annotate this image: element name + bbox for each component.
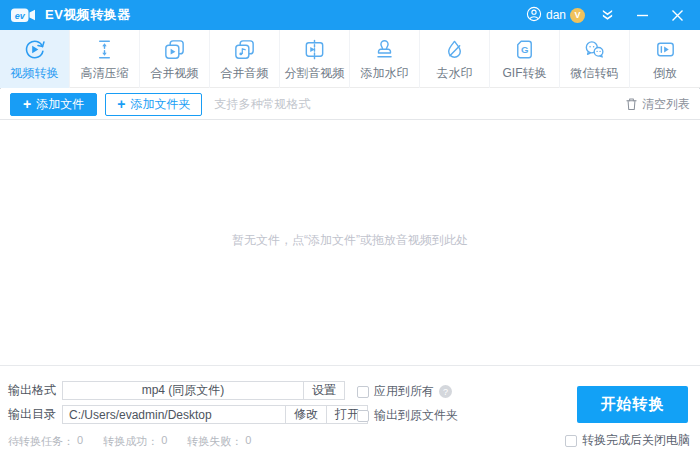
svg-text:G: G [521, 43, 528, 54]
tab-video-convert[interactable]: 视频转换 [0, 30, 70, 88]
username: dan [546, 8, 566, 22]
output-settings-panel: 输出格式 设置 应用到所有 ? 输出目录 修改 打开 输出到原文件夹 开始转换 [0, 365, 700, 455]
clear-list-label: 清空列表 [642, 96, 690, 113]
tab-label: 添加水印 [361, 65, 409, 82]
add-folder-label: 添加文件夹 [130, 96, 190, 113]
titlebar: ev EV视频转换器 dan V [0, 0, 700, 30]
minimize-to-tray-button[interactable] [594, 2, 620, 28]
output-dir-input[interactable] [63, 406, 285, 423]
success-count-status: 转换成功： 0 [103, 434, 167, 449]
tab-label: 倒放 [653, 65, 677, 82]
supported-formats-hint: 支持多种常规格式 [214, 96, 310, 113]
statusbar: 待转换任务： 0 转换成功： 0 转换失败： 0 [8, 434, 251, 449]
shutdown-after-label: 转换完成后关闭电脑 [582, 432, 690, 449]
tab-hd-compress[interactable]: 高清压缩 [70, 30, 140, 88]
apply-all-checkbox[interactable] [357, 386, 369, 398]
dir-modify-button[interactable]: 修改 [285, 406, 326, 423]
start-convert-button[interactable]: 开始转换 [577, 386, 688, 423]
add-watermark-icon [372, 37, 397, 62]
feature-tabbar: 视频转换 高清压缩 合并视频 [0, 30, 700, 88]
output-original-label: 输出到原文件夹 [374, 407, 458, 424]
add-file-label: 添加文件 [36, 96, 84, 113]
titlebar-controls: dan V [526, 2, 690, 28]
apply-all-label: 应用到所有 [374, 383, 434, 400]
plus-icon: + [23, 97, 31, 111]
output-format-row: 输出格式 设置 [8, 381, 345, 400]
tab-split-media[interactable]: 分割音视频 [280, 30, 350, 88]
pending-tasks-value: 0 [77, 434, 83, 449]
tab-add-watermark[interactable]: 添加水印 [350, 30, 420, 88]
tab-wechat-transcode[interactable]: 微信转码 [560, 30, 630, 88]
tab-remove-watermark[interactable]: 去水印 [420, 30, 490, 88]
success-count-value: 0 [161, 434, 167, 449]
shutdown-after-checkbox[interactable] [565, 435, 577, 447]
shutdown-after-option: 转换完成后关闭电脑 [565, 432, 690, 449]
add-folder-button[interactable]: + 添加文件夹 [105, 93, 202, 116]
output-dir-label: 输出目录 [8, 406, 56, 423]
wechat-transcode-icon [582, 37, 607, 62]
plus-icon: + [117, 97, 125, 111]
tab-label: 去水印 [437, 65, 473, 82]
remove-watermark-icon [442, 37, 467, 62]
output-format-input[interactable] [63, 382, 303, 399]
tab-merge-audio[interactable]: 合并音频 [210, 30, 280, 88]
success-count-label: 转换成功： [103, 434, 158, 449]
apply-all-option: 应用到所有 ? [357, 383, 452, 400]
vip-badge: V [570, 8, 585, 23]
pending-tasks-label: 待转换任务： [8, 434, 74, 449]
file-list-dropzone[interactable]: 暂无文件，点“添加文件”或拖放音视频到此处 [0, 120, 700, 365]
tab-label: 分割音视频 [285, 65, 345, 82]
failed-count-status: 转换失败： 0 [187, 434, 251, 449]
output-dir-row: 输出目录 修改 打开 [8, 405, 368, 424]
add-file-button[interactable]: + 添加文件 [10, 93, 97, 116]
merge-audio-icon [232, 37, 257, 62]
gif-convert-icon: G [512, 37, 537, 62]
close-button[interactable] [664, 2, 690, 28]
merge-video-icon [162, 37, 187, 62]
app-logo-icon: ev [10, 7, 37, 24]
failed-count-label: 转换失败： [187, 434, 242, 449]
empty-state-message: 暂无文件，点“添加文件”或拖放音视频到此处 [0, 232, 700, 249]
tab-label: 视频转换 [11, 65, 59, 82]
user-icon [526, 6, 542, 25]
tab-label: 合并视频 [151, 65, 199, 82]
hd-compress-icon [92, 37, 117, 62]
tab-label: 合并音频 [221, 65, 269, 82]
user-account[interactable]: dan V [526, 6, 585, 25]
tab-merge-video[interactable]: 合并视频 [140, 30, 210, 88]
video-convert-icon [22, 37, 47, 62]
output-original-option: 输出到原文件夹 [357, 407, 458, 424]
tab-label: GIF转换 [503, 65, 547, 82]
failed-count-value: 0 [245, 434, 251, 449]
minimize-button[interactable] [629, 2, 655, 28]
tab-reverse-play[interactable]: 倒放 [630, 30, 700, 88]
split-media-icon [302, 37, 327, 62]
trash-icon [625, 97, 638, 111]
app-window: ev EV视频转换器 dan V [0, 0, 700, 455]
tab-label: 微信转码 [571, 65, 619, 82]
format-settings-button[interactable]: 设置 [303, 382, 344, 399]
tab-gif-convert[interactable]: G GIF转换 [490, 30, 560, 88]
output-dir-group: 修改 打开 [62, 405, 368, 424]
output-original-checkbox[interactable] [357, 410, 369, 422]
pending-tasks-status: 待转换任务： 0 [8, 434, 83, 449]
reverse-play-icon [653, 37, 678, 62]
clear-list-button[interactable]: 清空列表 [625, 96, 690, 113]
tab-label: 高清压缩 [81, 65, 129, 82]
output-format-label: 输出格式 [8, 382, 56, 399]
app-title: EV视频转换器 [45, 6, 131, 24]
svg-text:ev: ev [15, 10, 26, 20]
file-actionbar: + 添加文件 + 添加文件夹 支持多种常规格式 清空列表 [0, 89, 700, 120]
help-icon[interactable]: ? [439, 385, 452, 398]
output-format-group: 设置 [62, 381, 345, 400]
